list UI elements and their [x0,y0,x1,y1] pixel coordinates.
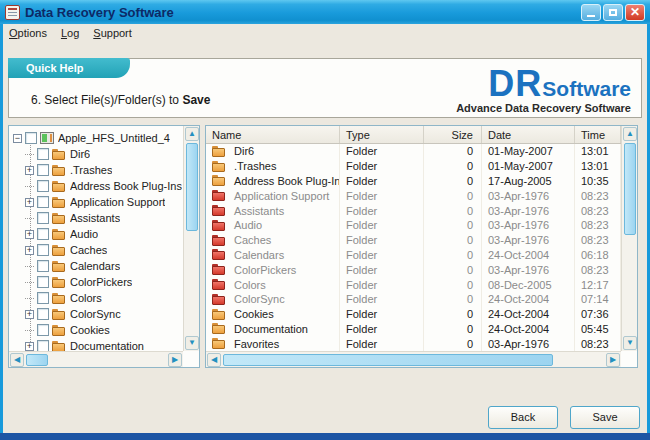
table-row[interactable]: ColorSyncFolder024-Oct-200407:14 [206,292,621,307]
tree-checkbox[interactable] [37,308,49,320]
expand-icon[interactable]: + [25,342,34,351]
title-bar[interactable]: Data Recovery Software ✕ [0,0,650,24]
red-folder-icon [212,235,226,246]
expand-icon[interactable]: + [25,230,34,239]
tree-checkbox[interactable] [37,244,49,256]
table-row[interactable]: ColorsFolder008-Dec-200512:17 [206,277,621,292]
scroll-up-icon[interactable]: ▲ [623,127,637,141]
table-row[interactable]: Dir6Folder001-May-200713:01 [206,144,621,159]
red-folder-icon [212,264,226,275]
table-row[interactable]: AudioFolder003-Apr-197608:23 [206,218,621,233]
folder-icon [52,277,66,288]
column-header-name[interactable]: Name [206,126,340,143]
file-name: Assistants [234,205,284,217]
tree-connector [25,186,34,187]
tree-item[interactable]: +.Trashes [9,162,183,178]
tree-item[interactable]: Assistants [9,210,183,226]
tree-vscroll-thumb[interactable] [186,143,198,231]
cell-size: 0 [424,144,482,159]
folder-icon [52,341,66,352]
tree-hscroll-thumb[interactable] [26,354,48,366]
table-horizontal-scrollbar[interactable]: ◀ ▶ [206,351,621,367]
menu-support[interactable]: Support [87,25,140,43]
tree-checkbox[interactable] [37,324,49,336]
column-header-type[interactable]: Type [340,126,424,143]
maximize-button[interactable] [603,4,623,21]
tree-checkbox[interactable] [37,260,49,272]
tree-checkbox[interactable] [37,276,49,288]
tree-item[interactable]: −Apple_HFS_Untitled_4 [9,130,183,146]
tree-item-label: Audio [70,228,98,240]
tree-checkbox[interactable] [37,228,49,240]
menu-log[interactable]: Log [55,25,87,43]
scroll-down-icon[interactable]: ▼ [185,336,199,350]
table-row[interactable]: CachesFolder003-Apr-197608:23 [206,233,621,248]
table-row[interactable]: AssistantsFolder003-Apr-197608:23 [206,203,621,218]
file-name: Address Book Plug-Ins [234,175,340,187]
table-vertical-scrollbar[interactable]: ▲ ▼ [621,126,637,351]
column-header-size[interactable]: Size [424,126,482,143]
expand-icon[interactable]: + [25,198,34,207]
tree-checkbox[interactable] [37,180,49,192]
window-title: Data Recovery Software [25,5,581,20]
cell-time: 08:23 [575,336,621,351]
tree-checkbox[interactable] [37,292,49,304]
tree-item[interactable]: Calendars [9,258,183,274]
save-button[interactable]: Save [570,406,640,429]
table-row[interactable]: CookiesFolder024-Oct-200407:36 [206,307,621,322]
file-name: ColorPickers [234,264,296,276]
logo-software: Software [542,77,631,100]
scroll-up-icon[interactable]: ▲ [185,127,199,141]
cell-type: Folder [340,203,424,218]
back-button[interactable]: Back [488,406,558,429]
scroll-right-icon[interactable]: ▶ [168,353,182,367]
cell-time: 10:35 [575,174,621,189]
tree-vertical-scrollbar[interactable]: ▲ ▼ [183,126,199,351]
folder-icon [52,293,66,304]
tree-checkbox[interactable] [37,196,49,208]
tree-checkbox[interactable] [37,148,49,160]
scroll-left-icon[interactable]: ◀ [10,353,24,367]
tree-item[interactable]: +Documentation [9,338,183,351]
minimize-button[interactable] [581,4,601,21]
tree-checkbox[interactable] [25,132,37,144]
tree-item[interactable]: ColorPickers [9,274,183,290]
table-row[interactable]: CalendarsFolder024-Oct-200406:18 [206,248,621,263]
tree-item[interactable]: +Application Support [9,194,183,210]
tree-checkbox[interactable] [37,164,49,176]
close-button[interactable]: ✕ [625,4,645,21]
expand-icon[interactable]: + [25,310,34,319]
tree-item[interactable]: +Audio [9,226,183,242]
table-row[interactable]: DocumentationFolder024-Oct-200405:45 [206,322,621,337]
tree-item[interactable]: Cookies [9,322,183,338]
file-name: Colors [234,279,266,291]
tree-item[interactable]: Colors [9,290,183,306]
tree-horizontal-scrollbar[interactable]: ◀ ▶ [9,351,183,367]
table-row[interactable]: .TrashesFolder001-May-200713:01 [206,159,621,174]
cell-type: Folder [340,233,424,248]
scroll-left-icon[interactable]: ◀ [207,353,221,367]
tree-checkbox[interactable] [37,340,49,351]
menu-options[interactable]: Options [3,25,55,43]
table-hscroll-thumb[interactable] [223,354,553,366]
tree-item[interactable]: Address Book Plug-Ins [9,178,183,194]
tree-item[interactable]: +Caches [9,242,183,258]
expand-icon[interactable]: + [25,166,34,175]
file-name: Calendars [234,249,284,261]
table-row[interactable]: ColorPickersFolder003-Apr-197608:23 [206,262,621,277]
column-header-date[interactable]: Date [482,126,575,143]
tree-item[interactable]: +ColorSync [9,306,183,322]
table-row[interactable]: FavoritesFolder003-Apr-197608:23 [206,336,621,351]
scroll-right-icon[interactable]: ▶ [606,353,620,367]
scroll-down-icon[interactable]: ▼ [623,336,637,350]
tree-item[interactable]: Dir6 [9,146,183,162]
table-vscroll-thumb[interactable] [624,143,636,235]
table-row[interactable]: Application SupportFolder003-Apr-197608:… [206,188,621,203]
folder-icon [212,175,226,186]
expand-icon[interactable]: + [25,246,34,255]
collapse-icon[interactable]: − [13,134,22,143]
tree-checkbox[interactable] [37,212,49,224]
column-header-time[interactable]: Time [575,126,621,143]
footer-actions: Back Save [488,406,640,429]
table-row[interactable]: Address Book Plug-InsFolder017-Aug-20051… [206,174,621,189]
